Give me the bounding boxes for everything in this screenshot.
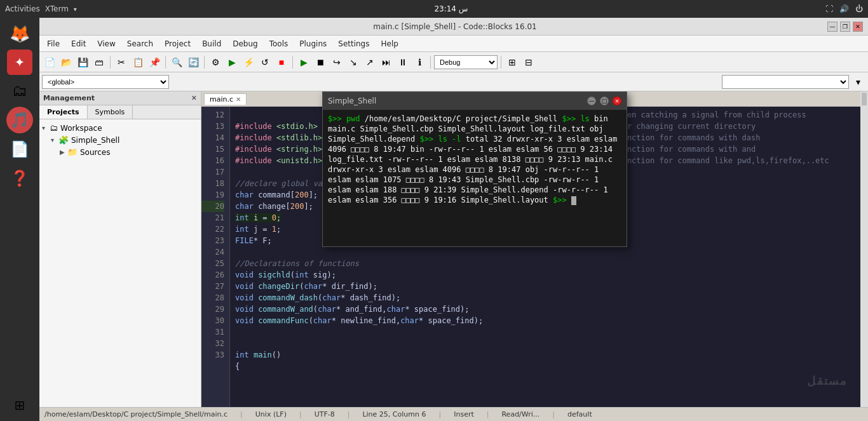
new-btn[interactable]: 📄 [42,55,57,70]
restore-button[interactable]: ❐ [840,22,850,32]
rebuild-btn[interactable]: ↺ [257,55,273,70]
panel-close-icon[interactable]: ✕ [191,94,197,102]
menu-debug[interactable]: Debug [227,38,262,50]
replace-btn[interactable]: 🔄 [186,55,201,70]
menu-edit[interactable]: Edit [66,38,91,50]
project-icon: 🧩 [58,135,69,145]
symbol-select[interactable] [722,75,849,89]
layout1-btn[interactable]: ⊞ [505,55,520,70]
menu-tools[interactable]: Tools [264,38,294,50]
window-title: main.c [Simple_Shell] - Code::Blocks 16.… [373,22,536,31]
gnome-icon[interactable]: ✦ [7,50,32,75]
term-prompt: $>> [553,196,576,204]
tree-project[interactable]: ▾ 🧩 Simple_Shell [42,134,198,146]
editor-tab-close-icon[interactable]: ✕ [236,96,241,103]
term-line-11: drwxr-xr-x 3 eslam eslam 4096 □□□□ 8 19:… [328,165,539,174]
sep1 [110,56,111,69]
sources-label: Sources [80,148,110,157]
minimize-button[interactable]: — [827,22,837,32]
menu-settings[interactable]: Settings [333,38,374,50]
terminal-title-bar: Simple_Shell — □ ✕ [323,92,627,110]
run-btn[interactable]: ▶ [224,55,240,70]
menu-file[interactable]: File [42,38,65,50]
left-panel: Management ✕ Projects Symbols ▾ 🗂 Worksp… [39,91,201,407]
window-controls: — ❐ ✕ [827,22,863,32]
paste-btn[interactable]: 📌 [147,55,162,70]
menu-bar: File Edit View Search Project Build Debu… [39,36,868,52]
apps-grid-icon[interactable]: ⊞ [6,392,33,418]
tab-projects[interactable]: Projects [39,105,88,119]
debug-out-btn[interactable]: ↗ [362,55,377,70]
tree-workspace[interactable]: ▾ 🗂 Workspace [42,122,198,134]
layout2-btn[interactable]: ⊟ [521,55,536,70]
project-tree: ▾ 🗂 Workspace ▾ 🧩 Simple_Shell ▶ 📁 Sourc… [39,119,201,407]
writer-icon[interactable]: 📄 [6,136,33,163]
xterm-arrow[interactable]: ▾ [74,6,77,13]
debug-run-btn[interactable]: ▶ [296,55,311,70]
sep3 [204,56,205,69]
terminal-window: Simple_Shell — □ ✕ $>> pwd /home/eslam/D… [322,91,627,247]
main-toolbar: 📄 📂 💾 🗃 ✂ 📋 📌 🔍 🔄 ⚙ ▶ ⚡ ↺ ■ ▶ ⏹ ↪ ↘ ↗ ⏭ … [39,52,868,72]
save-all-btn[interactable]: 🗃 [92,55,107,70]
close-button[interactable]: ✕ [853,22,863,32]
terminal-controls: — □ ✕ [587,97,621,105]
term-line-1: $>> pwd [328,114,360,123]
editor-tab-main-c[interactable]: main.c ✕ [204,93,247,105]
project-arrow: ▾ [51,137,58,144]
line-numbers: 12 13 14 15 16 17 18 19 20 21 22 23 24 2… [201,107,230,407]
terminal-minimize-button[interactable]: — [587,97,596,105]
open-btn[interactable]: 📂 [58,55,74,70]
scope-select[interactable]: <global> [42,75,169,89]
app-dock: 🦊 ✦ 🗂 🎵 📄 ❓ ⊞ [0,18,39,421]
xterm-label[interactable]: XTerm [45,4,69,13]
term-line-7: total 32 [466,135,503,144]
status-style: default [567,410,592,418]
find-btn[interactable]: 🔍 [169,55,184,70]
debug-next-btn[interactable]: ↪ [329,55,344,70]
workspace-icon: 🗂 [50,123,58,133]
term-line-10: -rw-r--r-- 1 eslam eslam 8138 □□□□ 9 23:… [388,155,613,164]
volume-icon[interactable]: 🔊 [839,4,849,13]
build-type-select[interactable]: Debug [434,55,498,69]
menu-help[interactable]: Help [376,38,403,50]
menu-build[interactable]: Build [197,38,226,50]
settings-btn[interactable]: ⚙ [208,55,223,70]
terminal-content[interactable]: $>> pwd /home/eslam/Desktop/C project/Si… [323,110,627,246]
editor-scrollbar[interactable] [860,91,868,407]
tree-sources[interactable]: ▶ 📁 Sources [42,146,198,158]
menu-project[interactable]: Project [159,38,196,50]
terminal-maximize-button[interactable]: □ [600,97,609,105]
files-icon[interactable]: 🗂 [6,77,33,104]
watermark: مستقل [807,374,848,388]
debug-continue-btn[interactable]: ⏭ [379,55,394,70]
scope-arrow[interactable]: ▾ [850,74,865,90]
power-icon[interactable]: ⏻ [855,4,863,13]
debug-pause-btn[interactable]: ⏸ [395,55,410,70]
menu-search[interactable]: Search [122,38,158,50]
activities-label[interactable]: Activities [5,4,40,13]
debug-step-btn[interactable]: ↘ [346,55,361,70]
debug-info-btn[interactable]: ℹ [412,55,427,70]
network-icon[interactable]: ⛶ [825,4,833,13]
terminal-close-button[interactable]: ✕ [613,97,621,105]
stop-btn[interactable]: ■ [274,55,289,70]
sep5 [430,56,431,69]
status-mode: Insert [454,410,474,418]
cut-btn[interactable]: ✂ [114,55,129,70]
menu-plugins[interactable]: Plugins [294,38,332,50]
system-clock: 23:14 س [434,4,468,13]
sources-icon: 📁 [67,147,78,157]
menu-view[interactable]: View [92,38,120,50]
tab-symbols[interactable]: Symbols [88,105,133,119]
save-btn[interactable]: 💾 [75,55,90,70]
app-window: main.c [Simple_Shell] - Code::Blocks 16.… [39,18,868,421]
debug-stop-btn[interactable]: ⏹ [313,55,328,70]
build-run-btn[interactable]: ⚡ [241,55,256,70]
comment-dash: //function for commands with dash [609,132,858,144]
comment-and: //function for commands with and [609,144,858,155]
copy-btn[interactable]: 📋 [130,55,146,70]
help-icon[interactable]: ❓ [6,165,33,192]
firefox-icon[interactable]: 🦊 [6,20,33,47]
music-icon[interactable]: 🎵 [6,107,33,133]
system-bar: Activities XTerm ▾ 23:14 س ⛶ 🔊 ⏻ [0,0,868,18]
